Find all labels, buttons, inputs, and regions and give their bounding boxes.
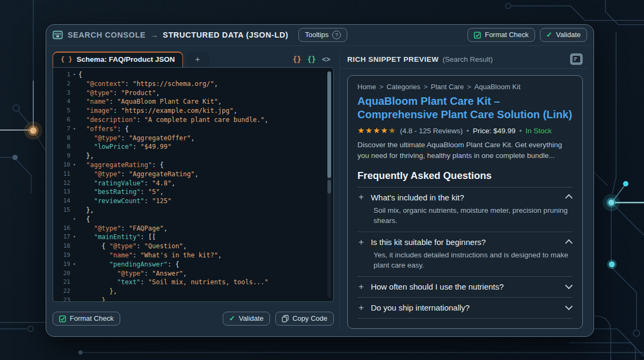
question-circle-icon: ?	[332, 31, 341, 39]
faq-answer: Yes, it includes detailed instructions a…	[374, 250, 572, 270]
validate-label: Validate	[556, 31, 581, 39]
scrollbar-thumb-secondary	[327, 180, 331, 193]
breadcrumb-item[interactable]: Plant Care	[431, 83, 464, 91]
code-line: 23 },...	[56, 296, 326, 302]
validate-label: Validate	[239, 314, 264, 323]
faq-item: +Do you ship internationally?	[357, 298, 573, 319]
breadcrumb-item[interactable]: Home	[357, 83, 376, 91]
tooltips-label: Tooltips	[305, 31, 328, 39]
braces-green-icon[interactable]: {}	[307, 55, 316, 63]
app-window: SEARCH CONSOLE → STRUCTURED DATA (JSON-L…	[46, 24, 594, 337]
code-line: 3 "@type": "Product",	[56, 89, 326, 98]
copy-code-label: Copy Code	[292, 314, 327, 323]
price-text: Price: $49.99	[473, 127, 516, 135]
faq-question-text: How often should I use the nutrients?	[371, 282, 504, 291]
rich-result-icon[interactable]	[570, 53, 583, 65]
faq-question[interactable]: +Do you ship internationally?	[358, 303, 572, 312]
code-line: 8 "@type": "AggregateOffer",	[56, 134, 326, 143]
code-line: 13 "bestRating": "5",	[56, 188, 326, 197]
copy-icon	[282, 315, 289, 322]
code-line: 7▾ "offers": {	[56, 125, 326, 134]
snippet-description: Discover the ultimate AquaBloom Plant Ca…	[357, 140, 573, 160]
code-line: 4 "name": "AquaBloom Plant Care Kit",	[56, 97, 326, 106]
faq-heading: Frequently Asked Questions	[357, 170, 573, 188]
tab-label: Schema: FAQ/Product JSON	[77, 55, 175, 63]
dot-separator: •	[466, 127, 469, 135]
faq-item: +Is this kit suitable for beginners?Yes,…	[357, 232, 573, 277]
code-line: 12 "ratingValue": "4.8",	[56, 179, 326, 188]
faq-item: +What's included in the kit?Soil mix, or…	[357, 188, 573, 232]
breadcrumb-item[interactable]: Categories	[386, 83, 420, 91]
preview-panel: RICH SNIPPET PREVIEW (Search Result) Hom…	[339, 50, 587, 330]
preview-title: RICH SNIPPET PREVIEW	[347, 55, 439, 63]
check-icon: ✓	[229, 314, 235, 323]
breadcrumb-arrow: →	[150, 31, 158, 39]
code-line: 21 "text": "Soil mix, nutrients, tools..…	[56, 278, 326, 287]
format-check-button-bottom[interactable]: Format Check	[53, 312, 120, 326]
code-line: 19▾ "pendingAnswer": {	[56, 260, 326, 269]
angle-brackets-icon[interactable]: <>	[322, 55, 331, 63]
code-line: 17▾ "mainEntity": [[	[56, 233, 326, 242]
app-header: SEARCH CONSOLE → STRUCTURED DATA (JSON-L…	[46, 25, 594, 46]
code-line: ▾ {	[56, 215, 326, 224]
code-line: 2 "@context": "https://schema.org/",	[56, 80, 326, 89]
faq-answer: Soil mix, organic nutrients, moisture me…	[374, 205, 572, 226]
faq-question[interactable]: +How often should I use the nutrients?	[358, 282, 572, 291]
editor-footer: Format Check ✓ Validate Copy Code	[53, 302, 334, 330]
chevron-down-icon[interactable]	[565, 282, 573, 289]
format-check-button-top[interactable]: Format Check	[467, 28, 535, 42]
dot-separator: •	[519, 127, 522, 135]
faq-item: +How often should I use the nutrients?	[357, 277, 573, 298]
breadcrumb: Home>Categories>Plant Care>AquaBloom Kit	[357, 83, 573, 91]
faq-question[interactable]: +What's included in the kit?	[358, 193, 572, 202]
faq-question-text: Do you ship internationally?	[371, 303, 470, 312]
editor-toolbar-icons: {} {} <>	[292, 55, 334, 67]
tab-schema-json[interactable]: { } Schema: FAQ/Product JSON	[53, 52, 183, 67]
star-rating-icon: ★★★★★	[357, 126, 396, 135]
snippet-title-link[interactable]: AquaBloom Plant Care Kit – Comprehensive…	[357, 95, 573, 121]
code-line: 22 },	[56, 287, 326, 296]
code-line: 11 "@type": "AggregateRating",	[56, 170, 326, 179]
rating-text: (4.8 - 125 Reviews)	[400, 127, 463, 135]
code-line: 8 "lowPrice": "$49.99"	[56, 142, 326, 152]
code-line: 10▾ "aggregateRating": {	[56, 161, 326, 170]
code-lines: 1▾{2 "@context": "https://schema.org/",3…	[56, 70, 326, 302]
safe-icon	[53, 31, 63, 40]
stock-badge: In Stock	[525, 127, 552, 135]
code-line: 16 "@type": "FAQPage",	[56, 224, 326, 233]
plus-icon: +	[358, 193, 364, 201]
braces-icon: { }	[61, 56, 72, 63]
format-check-label: Format Check	[70, 314, 114, 323]
breadcrumb-item[interactable]: AquaBloom Kit	[474, 83, 521, 91]
tooltips-button[interactable]: Tooltips ?	[298, 28, 347, 42]
faq-question-text: What's included in the kit?	[371, 193, 464, 202]
code-line: 9 },	[56, 152, 326, 161]
plus-icon: +	[358, 283, 364, 291]
code-line: 6 "description": "A complete plant care …	[56, 116, 326, 125]
desktop-background: SEARCH CONSOLE → STRUCTURED DATA (JSON-L…	[0, 0, 644, 360]
code-editor[interactable]: 1▾{2 "@context": "https://schema.org/",3…	[53, 67, 334, 302]
new-tab-button[interactable]: +	[186, 52, 209, 67]
validate-button-top[interactable]: ✓ Validate	[540, 28, 587, 42]
chevron-up-icon[interactable]	[565, 239, 573, 247]
page-title: STRUCTURED DATA (JSON-LD)	[163, 31, 288, 39]
preview-header: RICH SNIPPET PREVIEW (Search Result)	[340, 50, 587, 69]
copy-code-button[interactable]: Copy Code	[275, 312, 334, 326]
plus-icon: +	[358, 304, 364, 312]
chevron-up-icon[interactable]	[565, 195, 573, 202]
snippet-card: Home>Categories>Plant Care>AquaBloom Kit…	[347, 75, 583, 329]
breadcrumb-app-section[interactable]: SEARCH CONSOLE	[68, 31, 145, 39]
faq-question[interactable]: +Is this kit suitable for beginners?	[358, 237, 572, 247]
app-body: { } Schema: FAQ/Product JSON + {} {} <> …	[46, 46, 594, 336]
preview-subtitle: (Search Result)	[443, 55, 493, 63]
editor-scrollbar[interactable]	[327, 71, 331, 298]
scrollbar-thumb[interactable]	[327, 71, 331, 178]
chevron-down-icon[interactable]	[565, 303, 573, 310]
code-line: 14 "reviewCount": "125"	[56, 197, 326, 206]
validate-button-bottom[interactable]: ✓ Validate	[223, 312, 270, 326]
editor-panel: { } Schema: FAQ/Product JSON + {} {} <> …	[53, 50, 334, 330]
braces-orange-icon[interactable]: {}	[292, 55, 301, 63]
code-line: 18 { "@type": "Question",	[56, 242, 326, 251]
code-line: 5 "image": "https://example.com/kit.jpg"…	[56, 106, 326, 116]
checkbox-check-icon	[474, 32, 481, 39]
